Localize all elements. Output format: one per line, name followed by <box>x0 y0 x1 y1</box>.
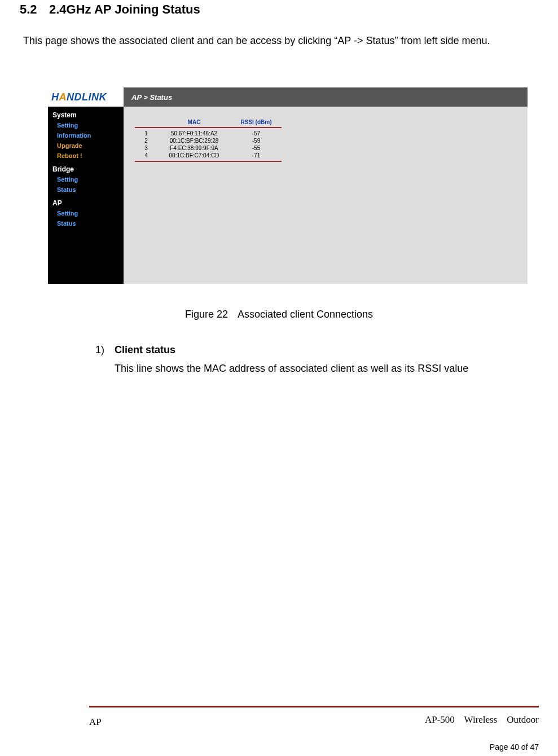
footer-divider <box>89 706 539 707</box>
nav-item-system-setting[interactable]: Setting <box>48 120 124 130</box>
footer-page-number: Page 40 of 47 <box>490 742 539 751</box>
logo-a: A <box>59 91 67 103</box>
col-header-rssi: RSSI (dBm) <box>231 119 282 125</box>
figure-caption: Figure 22 Associated client Connections <box>20 309 538 320</box>
cell-mac: 00:1C:BF:C7:04:CD <box>157 152 231 159</box>
logo-rest: NDLINK <box>67 91 107 103</box>
client-table: MAC RSSI (dBm) 1 50:67:F0:11:46:A2 -57 2… <box>135 119 282 162</box>
cell-mac: F4:EC:38:99:9F:9A <box>157 145 231 151</box>
cell-mac: 00:1C:BF:BC:29:28 <box>157 138 231 144</box>
screenshot-topbar <box>48 74 528 87</box>
list-number: 1) <box>92 344 104 356</box>
nav-item-ap-setting[interactable]: Setting <box>48 208 124 218</box>
cell-idx: 2 <box>135 138 157 144</box>
footer-line2: AP <box>89 717 102 728</box>
nav-heading-system: System <box>48 107 124 120</box>
table-header-row: MAC RSSI (dBm) <box>135 119 282 128</box>
table-row: 1 50:67:F0:11:46:A2 -57 <box>135 130 282 137</box>
nav-heading-ap: AP <box>48 195 124 208</box>
table-body: 1 50:67:F0:11:46:A2 -57 2 00:1C:BF:BC:29… <box>135 128 282 162</box>
nav-item-bridge-setting[interactable]: Setting <box>48 174 124 184</box>
section-heading: 5.22.4GHz AP Joining Status <box>20 2 538 17</box>
cell-rssi: -71 <box>231 152 282 159</box>
section-title: 2.4GHz AP Joining Status <box>49 2 200 16</box>
nav-item-bridge-status[interactable]: Status <box>48 184 124 195</box>
screenshot-sidebar: HANDLINK System Setting Information Upgr… <box>48 87 124 284</box>
table-row: 4 00:1C:BF:C7:04:CD -71 <box>135 152 282 159</box>
cell-idx: 4 <box>135 152 157 159</box>
screenshot-content: AP > Status MAC RSSI (dBm) 1 50:67:F0:11… <box>124 87 528 284</box>
col-header-mac: MAC <box>157 119 231 125</box>
list-item-description: This line shows the MAC address of assoc… <box>115 361 538 377</box>
table-row: 2 00:1C:BF:BC:29:28 -59 <box>135 137 282 144</box>
cell-rssi: -59 <box>231 138 282 144</box>
nav-item-system-upgrade[interactable]: Upgrade <box>48 140 124 151</box>
intro-paragraph: This page shows the associated client an… <box>23 35 538 47</box>
ordered-list: 1) Client status This line shows the MAC… <box>92 344 538 377</box>
breadcrumb: AP > Status <box>124 87 528 107</box>
cell-rssi: -57 <box>231 130 282 137</box>
cell-idx: 1 <box>135 130 157 137</box>
nav-heading-bridge: Bridge <box>48 161 124 174</box>
footer-model: AP-500 Wireless Outdoor <box>425 714 539 726</box>
col-header-index <box>135 119 157 125</box>
list-item-title: Client status <box>115 344 175 356</box>
nav-item-ap-status[interactable]: Status <box>48 218 124 228</box>
cell-rssi: -55 <box>231 145 282 151</box>
logo: HANDLINK <box>48 87 124 107</box>
cell-idx: 3 <box>135 145 157 151</box>
cell-mac: 50:67:F0:11:46:A2 <box>157 130 231 137</box>
nav-item-system-reboot[interactable]: Reboot ! <box>48 151 124 161</box>
table-row: 3 F4:EC:38:99:9F:9A -55 <box>135 144 282 152</box>
section-number: 5.2 <box>20 2 49 17</box>
embedded-screenshot: HANDLINK System Setting Information Upgr… <box>48 74 528 284</box>
nav-item-system-information[interactable]: Information <box>48 130 124 140</box>
logo-h: H <box>51 91 59 103</box>
